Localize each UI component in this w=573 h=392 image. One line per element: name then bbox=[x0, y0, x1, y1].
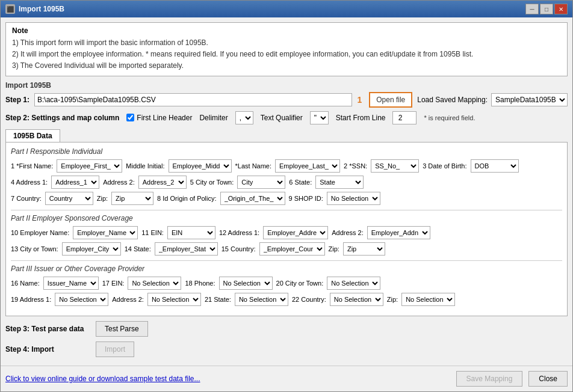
step4-row: Step 4: Import Import bbox=[5, 341, 568, 357]
footer: Click to view online guide or download s… bbox=[1, 366, 572, 391]
part3-row2: 19 Address 1: No Selection Address 2: No… bbox=[11, 293, 562, 306]
field-ssn-label: 2 *SSN: bbox=[344, 162, 367, 170]
field-empaddr2-label: Address 2: bbox=[332, 229, 364, 236]
bottom-steps: Step 3: Test parse data Test Parse Step … bbox=[5, 316, 568, 366]
ssn-select[interactable]: SS_No_ bbox=[371, 159, 419, 173]
first-line-header-checkbox[interactable] bbox=[126, 114, 134, 121]
note-line-2: 2) It will import the employee informati… bbox=[12, 49, 561, 60]
main-panel: Part I Responsible Individual 1 *First N… bbox=[5, 142, 568, 316]
zip-select[interactable]: Zip bbox=[111, 192, 153, 205]
text-qualifier-select[interactable]: " bbox=[310, 111, 329, 124]
close-window-button[interactable]: ✕ bbox=[554, 4, 568, 14]
part1-row2: 4 Address 1: Address_1 Address 2: Addres… bbox=[11, 176, 562, 189]
delimiter-select[interactable]: , bbox=[235, 111, 253, 124]
field-issuername-label: 16 Name: bbox=[11, 280, 40, 287]
field-1-label: 1 *First Name: bbox=[11, 162, 53, 170]
test-parse-button[interactable]: Test Parse bbox=[96, 321, 148, 337]
address2-select[interactable]: Address_2 bbox=[138, 176, 187, 189]
state-select[interactable]: State bbox=[315, 176, 364, 189]
issuer-name-select[interactable]: Issuer_Name bbox=[43, 277, 99, 290]
first-line-header-label[interactable]: First Line Header bbox=[126, 114, 192, 122]
issuer-country-select[interactable]: No Selection bbox=[330, 293, 383, 306]
app-icon: ⬛ bbox=[5, 4, 15, 14]
issuer-zip-select[interactable]: No Selection bbox=[401, 293, 455, 306]
field-empstate-label: 14 State: bbox=[125, 245, 151, 253]
window-title: Import 1095B bbox=[19, 5, 64, 13]
import-label: Import 1095B bbox=[5, 81, 568, 90]
step1-label: Step 1: bbox=[5, 96, 29, 104]
field-issueraddr1-label: 19 Address 1: bbox=[11, 296, 51, 303]
first-name-select[interactable]: Employee_First_ bbox=[57, 159, 122, 173]
part1-title: Part I Responsible Individual bbox=[11, 147, 562, 156]
title-bar: ⬛ Import 1095B ─ □ ✕ bbox=[1, 1, 572, 17]
close-button[interactable]: Close bbox=[528, 371, 568, 387]
part1-row1: 1 *First Name: Employee_First_ Middle In… bbox=[11, 159, 562, 173]
middle-initial-select[interactable]: Employee_Midd bbox=[169, 159, 232, 173]
emp-zip-select[interactable]: Zip bbox=[343, 242, 385, 256]
main-window: ⬛ Import 1095B ─ □ ✕ Note 1) This import… bbox=[0, 0, 573, 392]
emp-address2-select[interactable]: Employer_Addn bbox=[367, 226, 430, 239]
field-issuercity-label: 20 City or Town: bbox=[276, 280, 324, 287]
issuer-addr2-select[interactable]: No Selection bbox=[147, 293, 201, 306]
field-empcity-label: 13 City or Town: bbox=[11, 245, 58, 253]
shop-select[interactable]: No Selection bbox=[327, 192, 380, 205]
field-origin-label: 8 Id Origin of Policy: bbox=[157, 195, 216, 202]
emp-state-select[interactable]: _Employer_Stat bbox=[155, 242, 218, 256]
last-name-select[interactable]: Employee_Last_ bbox=[275, 159, 340, 173]
window-controls: ─ □ ✕ bbox=[525, 4, 568, 14]
load-mapping-row: Load Saved Mapping: SampleData1095B bbox=[417, 93, 568, 106]
load-mapping-select[interactable]: SampleData1095B bbox=[491, 93, 568, 106]
import-button[interactable]: Import bbox=[96, 341, 134, 357]
employer-name-select[interactable]: Employer_Name bbox=[73, 226, 138, 239]
tab-bar: 1095B Data bbox=[5, 129, 568, 142]
step2-label: Step 2: Settings and map column bbox=[5, 114, 119, 122]
content-area: Note 1) This import form will import the… bbox=[1, 17, 572, 366]
footer-buttons: Save Mapping Close bbox=[456, 371, 568, 387]
note-line-3: 3) The Covered Individual will be import… bbox=[12, 60, 561, 72]
part2-row1: 10 Employer Name: Employer_Name 11 EIN: … bbox=[11, 226, 562, 239]
step2-row: Step 2: Settings and map column First Li… bbox=[5, 111, 568, 124]
emp-country-select[interactable]: _Employer_Cour bbox=[259, 242, 325, 256]
issuer-state-select[interactable]: No Selection bbox=[235, 293, 288, 306]
emp-address1-select[interactable]: Employer_Addre bbox=[263, 226, 328, 239]
start-from-line-label: Start From Line bbox=[336, 114, 386, 122]
tab-1095b-data[interactable]: 1095B Data bbox=[5, 129, 60, 142]
open-file-button[interactable]: Open file bbox=[369, 92, 412, 108]
field-lastname-label: *Last Name: bbox=[235, 162, 272, 170]
origin-select[interactable]: _Origin_of_The_ bbox=[220, 192, 285, 205]
ein-select[interactable]: EIN bbox=[167, 226, 215, 239]
part2-title: Part II Employer Sponsored Coverage bbox=[11, 214, 562, 222]
field-city-label: 5 City or Town: bbox=[190, 179, 234, 186]
guide-link[interactable]: Click to view online guide or download s… bbox=[5, 375, 200, 383]
delimiter-label: Delimiter bbox=[199, 114, 228, 122]
field-empcountry-label: 15 Country: bbox=[221, 245, 256, 253]
phone-select[interactable]: No Selection bbox=[219, 277, 273, 290]
field-addr2-label: Address 2: bbox=[103, 179, 135, 186]
issuer-addr1-select[interactable]: No Selection bbox=[55, 293, 108, 306]
emp-city-select[interactable]: Employer_City bbox=[62, 242, 121, 256]
part3-section: Part III Issuer or Other Coverage Provid… bbox=[11, 265, 562, 306]
note-line-1: 1) This import form will import the basi… bbox=[12, 37, 561, 49]
start-from-line-input[interactable] bbox=[392, 111, 417, 124]
field-shop-label: 9 SHOP ID: bbox=[289, 195, 323, 202]
address1-select[interactable]: Address_1 bbox=[51, 176, 99, 189]
step3-label: Step 3: Test parse data bbox=[5, 325, 90, 333]
minimize-button[interactable]: ─ bbox=[525, 4, 539, 14]
badge-1: 1 bbox=[357, 95, 362, 105]
dob-select[interactable]: DOB bbox=[471, 159, 519, 173]
field-phone-label: 18 Phone: bbox=[185, 280, 215, 287]
issuer-city-select[interactable]: No Selection bbox=[327, 277, 380, 290]
save-mapping-button[interactable]: Save Mapping bbox=[456, 371, 523, 387]
part1-section: Part I Responsible Individual 1 *First N… bbox=[11, 147, 562, 205]
city-select[interactable]: City bbox=[237, 176, 285, 189]
field-empname-label: 10 Employer Name: bbox=[11, 229, 69, 236]
issuer-ein-select[interactable]: No Selection bbox=[128, 277, 181, 290]
step4-label: Step 4: Import bbox=[5, 345, 90, 354]
file-path-input[interactable] bbox=[34, 93, 352, 106]
part1-row3: 7 Country: Country Zip: Zip 8 Id Origin … bbox=[11, 192, 562, 205]
country-select[interactable]: Country bbox=[45, 192, 93, 205]
maximize-button[interactable]: □ bbox=[540, 4, 553, 14]
field-state-label: 6 State: bbox=[289, 179, 312, 186]
note-section: Note 1) This import form will import the… bbox=[5, 22, 568, 76]
load-mapping-label: Load Saved Mapping: bbox=[417, 96, 488, 104]
